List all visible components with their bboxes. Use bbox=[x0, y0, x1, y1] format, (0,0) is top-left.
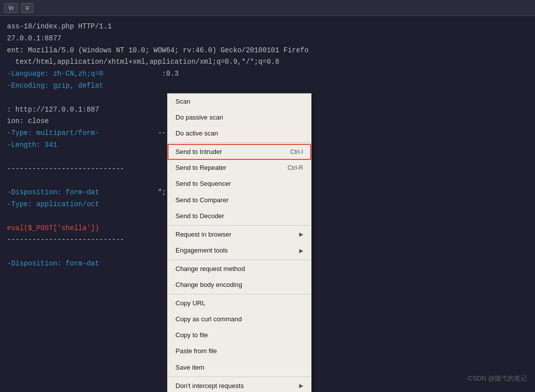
menu-item-send-intruder-shortcut: Ctrl-I bbox=[290, 147, 303, 157]
menu-item-copy-file[interactable]: Copy to file bbox=[168, 327, 311, 343]
menu-item-dont-intercept-label: Don't intercept requests bbox=[176, 381, 244, 392]
http-line-5: -Language: zh-CN,zh;q=0 :0.3 bbox=[7, 68, 528, 80]
menu-item-active-scan-label: Do active scan bbox=[176, 128, 218, 139]
menu-item-copy-curl[interactable]: Copy as curl command bbox=[168, 311, 311, 327]
http-line-1: ass-18/index.php HTTP/1.1 bbox=[7, 21, 528, 33]
submenu-arrow-2: ▶ bbox=[299, 246, 303, 256]
http-line-3: ent: Mozilla/5.0 (Windows NT 10.0; WOW64… bbox=[7, 45, 528, 57]
watermark: CSDN @随弋的笔记 bbox=[468, 373, 527, 384]
context-menu: Scan Do passive scan Do active scan Send… bbox=[167, 93, 312, 392]
separator-5 bbox=[168, 377, 311, 377]
menu-item-request-browser-label: Request in browser bbox=[176, 229, 231, 240]
menu-item-change-encoding-label: Change body encoding bbox=[176, 279, 242, 290]
separator-2 bbox=[168, 225, 311, 226]
menu-item-paste-file[interactable]: Paste from file bbox=[168, 343, 311, 359]
newline-button[interactable]: \n bbox=[4, 3, 18, 13]
separator-4 bbox=[168, 294, 311, 294]
menu-item-send-sequencer[interactable]: Send to Sequencer bbox=[168, 176, 311, 192]
menu-item-send-comparer[interactable]: Send to Comparer bbox=[168, 192, 311, 208]
menu-item-paste-file-label: Paste from file bbox=[176, 346, 217, 357]
separator-1 bbox=[168, 142, 311, 143]
watermark-text: CSDN @随弋的笔记 bbox=[468, 375, 527, 382]
menu-item-send-sequencer-label: Send to Sequencer bbox=[176, 178, 231, 189]
menu-item-engagement-tools-label: Engagement tools bbox=[176, 245, 228, 256]
submenu-arrow-1: ▶ bbox=[299, 230, 303, 239]
menu-item-copy-url-label: Copy URL bbox=[176, 298, 205, 309]
menu-button[interactable]: ≡ bbox=[21, 3, 33, 13]
menu-item-copy-url[interactable]: Copy URL bbox=[168, 295, 311, 311]
menu-item-passive-scan[interactable]: Do passive scan bbox=[168, 110, 311, 126]
menu-item-send-repeater-shortcut: Ctrl-R bbox=[288, 163, 303, 173]
menu-item-send-decoder-label: Send to Decoder bbox=[176, 211, 224, 222]
http-line-6: -Encoding: gzip, deflat bbox=[7, 80, 528, 92]
content-area: ass-18/index.php HTTP/1.1 27.0.0.1:8877 … bbox=[0, 16, 535, 392]
menu-item-scan-label: Scan bbox=[176, 96, 190, 107]
toolbar: \n ≡ bbox=[0, 0, 535, 16]
menu-item-send-repeater[interactable]: Send to Repeater Ctrl-R bbox=[168, 160, 311, 176]
menu-item-change-encoding[interactable]: Change body encoding bbox=[168, 277, 311, 293]
menu-item-change-method[interactable]: Change request method bbox=[168, 261, 311, 277]
menu-item-active-scan[interactable]: Do active scan bbox=[168, 126, 311, 141]
menu-item-copy-file-label: Copy to file bbox=[176, 330, 208, 341]
http-line-4: text/html,application/xhtml+xml,applicat… bbox=[7, 56, 528, 68]
menu-item-passive-scan-label: Do passive scan bbox=[176, 112, 223, 123]
menu-item-dont-intercept[interactable]: Don't intercept requests ▶ bbox=[168, 378, 311, 392]
separator-3 bbox=[168, 260, 311, 260]
menu-item-copy-curl-label: Copy as curl command bbox=[176, 314, 242, 325]
menu-item-send-decoder[interactable]: Send to Decoder bbox=[168, 208, 311, 224]
menu-item-send-repeater-label: Send to Repeater bbox=[176, 162, 226, 173]
menu-item-change-method-label: Change request method bbox=[176, 263, 245, 274]
menu-item-engagement-tools[interactable]: Engagement tools ▶ bbox=[168, 243, 311, 259]
menu-item-request-browser[interactable]: Request in browser ▶ bbox=[168, 227, 311, 243]
menu-item-send-intruder-label: Send to Intruder bbox=[176, 146, 222, 157]
menu-item-save-item[interactable]: Save item bbox=[168, 360, 311, 376]
http-line-2: 27.0.0.1:8877 bbox=[7, 33, 528, 45]
menu-item-send-comparer-label: Send to Comparer bbox=[176, 195, 228, 206]
menu-item-scan[interactable]: Scan bbox=[168, 94, 311, 110]
menu-item-save-item-label: Save item bbox=[176, 362, 204, 373]
menu-item-send-intruder[interactable]: Send to Intruder Ctrl-I bbox=[168, 144, 311, 160]
submenu-arrow-3: ▶ bbox=[299, 381, 303, 391]
